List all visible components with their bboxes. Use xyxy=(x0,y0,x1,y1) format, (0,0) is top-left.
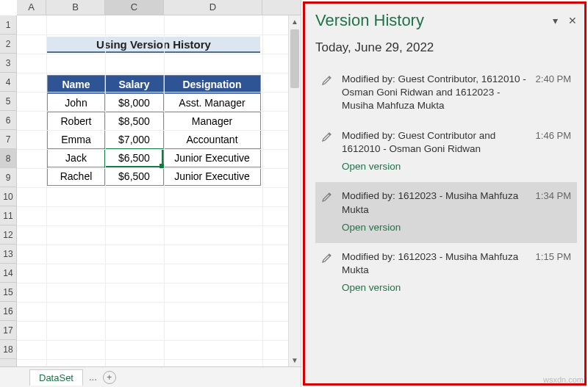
column-headers[interactable]: ABCD xyxy=(17,0,301,15)
row-header-3[interactable]: 3 xyxy=(0,54,16,73)
row-header-6[interactable]: 6 xyxy=(0,111,16,130)
row-header-11[interactable]: 11 xyxy=(0,206,16,225)
table-cell[interactable]: Rachel xyxy=(48,167,105,186)
table-row[interactable]: John$8,000Asst. Manager xyxy=(48,94,261,112)
row-header-15[interactable]: 15 xyxy=(0,283,16,302)
vertical-scrollbar[interactable]: ▲ ▼ xyxy=(288,15,301,366)
table-cell[interactable]: John xyxy=(48,94,105,112)
scroll-up-icon[interactable]: ▲ xyxy=(289,15,301,28)
version-time: 2:40 PM xyxy=(536,73,571,84)
scroll-thumb[interactable] xyxy=(290,29,299,88)
col-header-D[interactable]: D xyxy=(164,0,262,15)
table-cell[interactable]: $8,000 xyxy=(105,94,164,112)
col-header-B[interactable]: B xyxy=(46,0,105,15)
row-header-12[interactable]: 12 xyxy=(0,225,16,245)
version-item[interactable]: Modified by: Guest Contributor, 1612010 … xyxy=(315,65,577,122)
new-sheet-button[interactable]: + xyxy=(103,371,116,384)
watermark: wsxdn.com xyxy=(543,375,584,384)
table-cell[interactable]: $6,500 xyxy=(105,149,164,167)
version-text: Modified by: Guest Contributor and 16120… xyxy=(342,129,528,174)
tab-dataset[interactable]: DataSet xyxy=(29,369,83,386)
scroll-down-icon[interactable]: ▼ xyxy=(289,354,301,366)
sheet-tabs: DataSet ... + xyxy=(0,366,301,387)
table-header: Designation xyxy=(164,76,261,94)
row-header-16[interactable]: 16 xyxy=(0,302,16,321)
row-header-7[interactable]: 7 xyxy=(0,130,16,149)
row-header-5[interactable]: 5 xyxy=(0,92,16,111)
table-header: Name xyxy=(48,76,105,94)
worksheet[interactable]: Using Version History NameSalaryDesignat… xyxy=(17,15,288,366)
version-item[interactable]: Modified by: 1612023 - Musiha Mahfuza Mu… xyxy=(315,182,577,243)
pencil-icon xyxy=(320,189,334,204)
table-cell[interactable]: $6,500 xyxy=(105,167,164,186)
close-icon[interactable]: ✕ xyxy=(568,15,577,26)
table-cell[interactable]: Manager xyxy=(164,112,261,131)
merged-title-cell: Using Version History xyxy=(47,37,260,53)
table-cell[interactable]: $8,500 xyxy=(105,112,164,131)
row-header-9[interactable]: 9 xyxy=(0,168,16,187)
table-header: Salary xyxy=(105,76,164,94)
pencil-icon xyxy=(320,250,334,265)
col-header-C[interactable]: C xyxy=(105,0,164,15)
version-time: 1:15 PM xyxy=(536,250,571,262)
table-cell[interactable]: Accountant xyxy=(164,131,261,149)
table-cell[interactable]: Junior Executive xyxy=(164,149,261,167)
table-cell[interactable]: Emma xyxy=(48,131,105,149)
row-header-8[interactable]: 8 xyxy=(0,149,16,168)
row-header-4[interactable]: 4 xyxy=(0,73,16,92)
row-header-2[interactable]: 2 xyxy=(0,35,16,54)
version-list: Modified by: Guest Contributor, 1612010 … xyxy=(315,65,577,304)
table-cell[interactable]: $7,000 xyxy=(105,131,164,149)
tab-overflow[interactable]: ... xyxy=(85,372,101,383)
open-version-link[interactable]: Open version xyxy=(342,160,528,173)
row-header-14[interactable]: 14 xyxy=(0,264,16,283)
pencil-icon xyxy=(320,129,334,144)
version-item[interactable]: Modified by: Guest Contributor and 16120… xyxy=(315,122,577,183)
panel-menu-icon[interactable]: ▾ xyxy=(553,15,558,26)
table-cell[interactable]: Jack xyxy=(48,149,105,167)
row-headers[interactable]: 123456789101112131415161718 xyxy=(0,15,17,366)
row-header-18[interactable]: 18 xyxy=(0,340,16,359)
version-history-panel: Version History ▾ ✕ Today, June 29, 2022… xyxy=(303,1,587,386)
version-text: Modified by: Guest Contributor, 1612010 … xyxy=(342,73,528,113)
open-version-link[interactable]: Open version xyxy=(342,221,528,234)
row-header-10[interactable]: 10 xyxy=(0,187,16,206)
date-heading: Today, June 29, 2022 xyxy=(315,40,577,55)
table-row[interactable]: Rachel$6,500Junior Executive xyxy=(48,167,261,186)
table-row[interactable]: Jack$6,500Junior Executive xyxy=(48,149,261,167)
col-header-A[interactable]: A xyxy=(17,0,46,15)
version-text: Modified by: 1612023 - Musiha Mahfuza Mu… xyxy=(342,250,528,295)
row-header-1[interactable]: 1 xyxy=(0,15,16,35)
version-item[interactable]: Modified by: 1612023 - Musiha Mahfuza Mu… xyxy=(315,243,577,304)
table-cell[interactable]: Asst. Manager xyxy=(164,94,261,112)
open-version-link[interactable]: Open version xyxy=(342,281,528,294)
table-row[interactable]: Emma$7,000Accountant xyxy=(48,131,261,149)
row-header-17[interactable]: 17 xyxy=(0,321,16,340)
row-header-13[interactable]: 13 xyxy=(0,245,16,264)
panel-title: Version History xyxy=(315,11,424,30)
pencil-icon xyxy=(320,73,334,87)
version-time: 1:34 PM xyxy=(536,189,571,201)
table-cell[interactable]: Junior Executive xyxy=(164,167,261,186)
version-text: Modified by: 1612023 - Musiha Mahfuza Mu… xyxy=(342,189,528,234)
version-time: 1:46 PM xyxy=(536,129,571,141)
table-row[interactable]: Robert$8,500Manager xyxy=(48,112,261,131)
table-cell[interactable]: Robert xyxy=(48,112,105,131)
